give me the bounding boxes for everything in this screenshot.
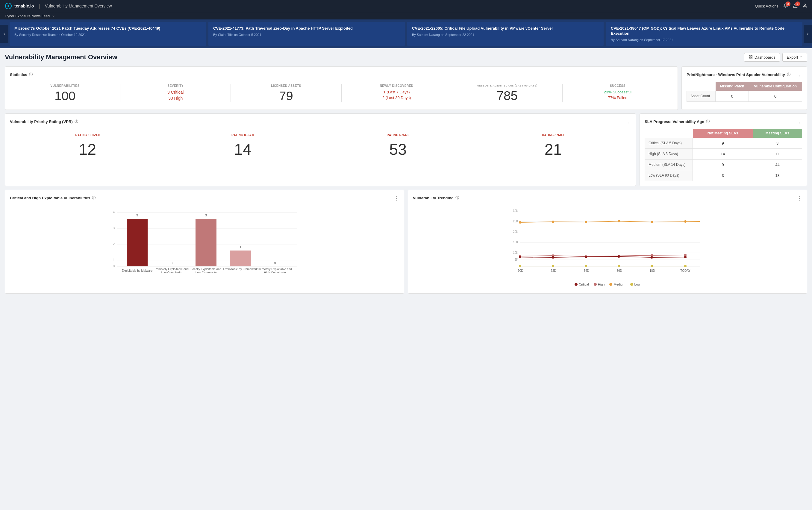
critical-dot [650, 256, 653, 259]
news-card-3[interactable]: CVE-2021-38647 (OMIGOD): Critical Flaw L… [606, 22, 803, 46]
dashboard-icon [749, 55, 753, 59]
notifications-button[interactable]: 3 [783, 3, 788, 9]
low-dot [519, 265, 521, 267]
logo[interactable]: tenable.io [5, 2, 34, 9]
legend-low: Low [630, 282, 640, 286]
exploitable-menu-button[interactable]: ⋮ [394, 195, 399, 202]
svg-text:3: 3 [205, 213, 207, 217]
news-card-3-meta: By Satnam Narang on September 17 2021 [611, 38, 798, 41]
sla-table: Not Meeting SLAs Meeting SLAs Critical (… [645, 129, 802, 181]
vpr-value-0: 12 [12, 140, 163, 158]
medium-dot [585, 221, 587, 223]
page-header: Vulnerability Management Overview Dashbo… [5, 53, 807, 62]
medium-dot [552, 220, 554, 223]
pn-card-header: PrintNightmare - Windows Print Spooler V… [687, 71, 802, 78]
sla-row-0-label: Critical (SLA 5 Days) [645, 138, 693, 148]
sla-info-icon[interactable]: ⓘ [706, 119, 709, 124]
export-label: Export [787, 55, 798, 60]
exploitable-info-icon[interactable]: ⓘ [92, 196, 95, 201]
severity-high: 30 High [121, 96, 229, 100]
legend-medium-label: Medium [613, 282, 625, 286]
dashboards-button[interactable]: Dashboards [744, 53, 780, 62]
sla-col-not-meeting: Not Meeting SLAs [693, 129, 753, 138]
fail-pct: 77% Failed [564, 95, 672, 100]
quick-actions-link[interactable]: Quick Actions [755, 4, 779, 8]
news-card-1[interactable]: CVE-2021-41773: Path Traversal Zero-Day … [208, 22, 405, 46]
svg-text:3: 3 [113, 226, 115, 230]
svg-text:20K: 20K [513, 230, 518, 234]
legend-low-label: Low [634, 282, 640, 286]
medium-dot [684, 220, 687, 223]
stat-success: SUCCESS 23% Successful 77% Failed [562, 82, 673, 105]
trending-menu-button[interactable]: ⋮ [797, 195, 802, 202]
svg-text:TODAY: TODAY [680, 269, 691, 272]
sla-menu-button[interactable]: ⋮ [797, 119, 802, 125]
sla-row-1: High (SLA 3 Days) 14 0 [645, 148, 802, 159]
medium-dot [618, 220, 620, 222]
legend-critical: Critical [575, 282, 589, 286]
low-dot [618, 265, 620, 267]
stat-newly: NEWLY DISCOVERED 1 (Last 7 Days) 2 (Last… [342, 82, 452, 105]
low-dot [684, 265, 687, 267]
pn-info-icon[interactable]: ⓘ [787, 72, 790, 77]
news-card-0-meta: By Security Response Team on October 12 … [14, 33, 201, 36]
sla-col-meeting: Meeting SLAs [753, 129, 802, 138]
sla-row-1-not-meeting: 14 [693, 148, 753, 159]
sla-card: SLA Progress: Vulnerability Age ⓘ ⋮ Not … [640, 114, 807, 186]
exploitable-title: Critical and High Exploitable Vulnerabil… [10, 196, 95, 201]
carousel-prev-button[interactable]: ‹ [0, 25, 8, 43]
newly-label: NEWLY DISCOVERED [343, 84, 451, 87]
scans-label: NESSUS & AGENT SCANS (LAST 90 DAYS) [453, 84, 561, 87]
top-cards-row: Statistics ⓘ ⋮ VULNERABILITIES 100 SEVER… [5, 66, 807, 110]
bar-chart-svg: 4 3 2 1 0 3 0 [10, 207, 399, 273]
newly-last30: 2 (Last 30 Days) [343, 95, 451, 100]
exploitable-card-header: Critical and High Exploitable Vulnerabil… [10, 195, 399, 202]
svg-text:10K: 10K [513, 251, 518, 254]
svg-text:Locally Exploitable and: Locally Exploitable and [191, 268, 221, 271]
bar-3[interactable] [230, 250, 251, 266]
vpr-label-3: RATING 3.9-0.1 [478, 133, 629, 137]
statistics-grid: VULNERABILITIES 100 SEVERITY 3 Critical … [10, 82, 673, 105]
vpr-info-icon[interactable]: ⓘ [75, 119, 78, 124]
vpr-item-3: RATING 3.9-0.1 21 [476, 129, 631, 163]
svg-text:-90D: -90D [517, 269, 523, 272]
svg-text:1: 1 [239, 245, 241, 249]
pn-row: Asset Count 0 0 [687, 91, 802, 101]
trending-info-icon[interactable]: ⓘ [456, 196, 459, 201]
pn-title: PrintNightmare - Windows Print Spooler V… [687, 72, 790, 77]
pn-col2: Vulnerable Configuration [749, 82, 802, 91]
alert-badge: 1 [795, 1, 800, 6]
alerts-button[interactable]: 1 [793, 3, 798, 9]
svg-text:0: 0 [171, 261, 172, 265]
pn-menu-button[interactable]: ⋮ [797, 71, 802, 78]
legend-low-dot [630, 283, 633, 286]
scans-value: 785 [453, 89, 561, 102]
critical-dot [519, 256, 521, 258]
medium-dot [519, 221, 521, 223]
bar-2[interactable] [196, 219, 216, 266]
vuln-value: 100 [11, 90, 119, 102]
svg-rect-7 [749, 57, 750, 59]
svg-text:4: 4 [113, 210, 115, 214]
news-card-2-meta: By Satnam Narang on September 22 2021 [412, 33, 599, 36]
user-menu[interactable] [803, 3, 807, 9]
carousel-next-button[interactable]: › [804, 25, 812, 43]
logo-text: tenable.io [14, 4, 34, 8]
newly-last7: 1 (Last 7 Days) [343, 90, 451, 94]
news-card-1-title: CVE-2021-41773: Path Traversal Zero-Day … [213, 26, 400, 31]
svg-text:Remotely Exploitable and: Remotely Exploitable and [258, 268, 292, 271]
svg-text:Remotely Exploitable and: Remotely Exploitable and [154, 268, 188, 271]
statistics-menu-button[interactable]: ⋮ [667, 71, 673, 78]
chevron-down-icon[interactable] [52, 14, 55, 18]
export-button[interactable]: Export [782, 53, 807, 62]
news-card-0[interactable]: Microsoft's October 2021 Patch Tuesday A… [9, 22, 206, 46]
vpr-menu-button[interactable]: ⋮ [626, 119, 631, 125]
news-feed-label: Cyber Exposure News Feed [5, 14, 50, 18]
statistics-info-icon[interactable]: ⓘ [29, 72, 33, 77]
statistics-title: Statistics ⓘ [10, 72, 33, 77]
trending-title: Vulnerability Trending ⓘ [413, 196, 459, 201]
news-card-2[interactable]: CVE-2021-22005: Critical File Upload Vul… [407, 22, 604, 46]
critical-dot [684, 256, 687, 258]
bar-0[interactable] [127, 219, 148, 266]
stat-scans: NESSUS & AGENT SCANS (LAST 90 DAYS) 785 [452, 82, 562, 105]
